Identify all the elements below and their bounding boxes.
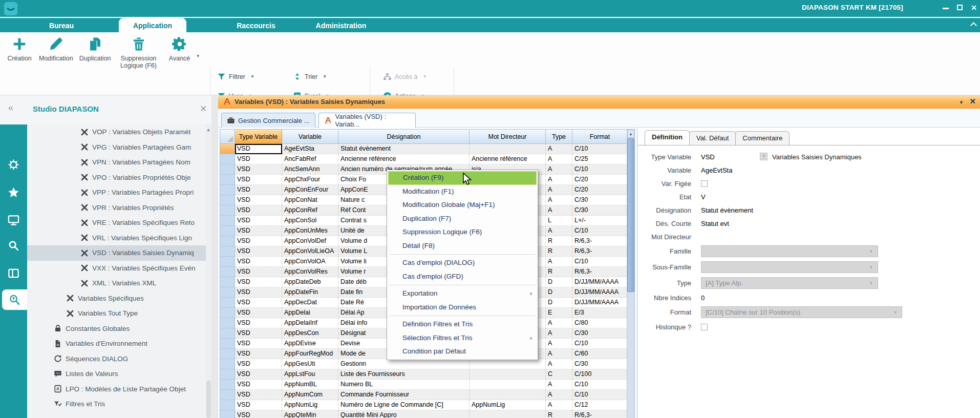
- tree-item[interactable]: Filtres et Tris: [27, 396, 206, 412]
- tree-item[interactable]: LPO : Modèles de Liste Partagée Objet: [27, 382, 206, 397]
- ribbon-split-button[interactable]: Filtrer ▼: [217, 72, 254, 81]
- row-selector-cell[interactable]: [220, 195, 235, 205]
- row-selector-cell[interactable]: [220, 390, 235, 400]
- row-selector-cell[interactable]: [220, 369, 235, 380]
- ribbon-button[interactable]: Modification: [36, 36, 76, 69]
- table-row[interactable]: VSD AncFabRef Ancienne référence Ancienn…: [220, 154, 627, 164]
- tree-item[interactable]: VXX : Variables Spécifiques Evén: [27, 261, 206, 276]
- row-selector-cell[interactable]: [220, 164, 235, 175]
- menu-item[interactable]: Modification Globale (Maj+F1): [388, 198, 537, 212]
- row-selector-cell[interactable]: [220, 175, 235, 185]
- tree-scrollbar-thumb[interactable]: [206, 381, 211, 418]
- rail-item[interactable]: [0, 211, 27, 229]
- checkbox[interactable]: [701, 324, 708, 330]
- tree-item[interactable]: XML : Variables XML: [27, 276, 206, 291]
- app-logo-icon[interactable]: [4, 2, 17, 15]
- document-close-icon[interactable]: ✕: [969, 97, 976, 106]
- menu-item[interactable]: Détail (F8): [388, 239, 537, 253]
- tree-item[interactable]: VOP : Variables Objets Paramét: [27, 124, 206, 140]
- row-selector-cell[interactable]: [220, 400, 235, 410]
- close-button[interactable]: ✕: [971, 3, 977, 12]
- row-selector-cell[interactable]: [220, 359, 235, 369]
- detail-tab[interactable]: Val. Défaut: [689, 131, 736, 145]
- row-selector-cell[interactable]: [220, 236, 235, 246]
- ribbon-split-button[interactable]: Trier ▼: [293, 72, 327, 81]
- row-selector-cell[interactable]: [220, 339, 235, 349]
- row-selector-cell[interactable]: [220, 410, 235, 418]
- row-selector-cell[interactable]: [220, 226, 235, 236]
- menu-item[interactable]: Définition Filtres et Tris: [388, 318, 537, 331]
- dropdown-select[interactable]: ▼: [701, 245, 878, 257]
- menu-item[interactable]: Exportation ›: [388, 287, 537, 301]
- menu-item[interactable]: Modification (F1): [388, 185, 537, 199]
- row-selector-cell[interactable]: [220, 205, 235, 216]
- document-tab[interactable]: Gestion Commerciale ...: [221, 113, 315, 128]
- window-menu-chevron-icon[interactable]: ▼: [959, 100, 964, 105]
- rail-item[interactable]: [0, 183, 27, 201]
- tree-item[interactable]: Variables d'Environnement: [27, 336, 206, 351]
- grid-column-header[interactable]: Type: [546, 130, 572, 144]
- grid-column-header[interactable]: Format: [572, 130, 628, 144]
- document-tab[interactable]: Variables (VSD) : Variab...: [318, 113, 416, 128]
- collapse-ribbon-icon[interactable]: [970, 22, 977, 29]
- grid-column-header[interactable]: Désignation: [338, 130, 470, 144]
- grid-scrollbar[interactable]: ▲: [627, 130, 634, 418]
- table-row[interactable]: VSD AppNumLig Numéro de Ligne de Command…: [220, 400, 627, 410]
- tree-item[interactable]: Variables Spécifiques: [27, 291, 206, 306]
- table-row[interactable]: VSD AppNumBL Numero BL A C/10: [220, 380, 627, 390]
- row-selector-cell[interactable]: [220, 185, 235, 195]
- grid-scrollbar-thumb[interactable]: [627, 138, 634, 292]
- tree-item[interactable]: Listes de Valeurs: [27, 366, 206, 382]
- menu-tab[interactable]: Bureau: [30, 18, 93, 33]
- menu-item[interactable]: Sélection Filtres et Tris ›: [388, 331, 537, 345]
- table-row[interactable]: VSD AppGesUti Gestionn A C/30: [220, 359, 627, 369]
- menu-item[interactable]: Importation de Données: [388, 301, 537, 315]
- tree-item[interactable]: VPO : Variables Propriétés Obje: [27, 170, 206, 185]
- row-selector-cell[interactable]: [220, 308, 235, 318]
- chevron-down-icon[interactable]: ▼: [422, 74, 427, 79]
- menu-item[interactable]: Cas d'emploi (GFD): [388, 270, 537, 284]
- maximize-button[interactable]: [957, 5, 963, 10]
- help-button[interactable]: ?: [760, 153, 768, 160]
- detail-tab[interactable]: Définition: [645, 130, 690, 145]
- minimize-button[interactable]: [943, 3, 949, 9]
- sidebar-close-icon[interactable]: ✕: [200, 103, 207, 114]
- menu-item[interactable]: Condition par Défaut: [388, 345, 537, 359]
- row-selector-cell[interactable]: [220, 246, 235, 257]
- dropdown-select[interactable]: [C/10] Chaîne sur 10 Position(s)▼: [701, 306, 902, 318]
- tree-item[interactable]: VSD : Variables Saisies Dynamiq: [27, 245, 206, 261]
- select-all-cell[interactable]: [220, 130, 235, 144]
- row-selector-cell[interactable]: [220, 154, 235, 164]
- rail-item[interactable]: [2, 289, 27, 310]
- tree-item[interactable]: VPP : Variables Partagées Propri: [27, 185, 206, 200]
- detail-tab[interactable]: Commentaire: [735, 131, 790, 145]
- row-selector-cell[interactable]: [220, 328, 235, 339]
- tree-item[interactable]: VRL : Variables Spécifiques Lign: [27, 231, 206, 246]
- rail-item[interactable]: [0, 155, 27, 174]
- row-selector-cell[interactable]: [220, 144, 235, 154]
- row-selector-cell[interactable]: [220, 318, 235, 328]
- chevron-down-icon[interactable]: ▼: [323, 74, 327, 79]
- grid-column-header[interactable]: Variable: [282, 130, 338, 144]
- sidebar-collapse-icon[interactable]: «: [8, 102, 13, 113]
- scroll-up-icon[interactable]: ▲: [206, 128, 210, 132]
- menu-item[interactable]: Cas d'emploi (DIALOG): [388, 256, 537, 270]
- checkbox[interactable]: [701, 180, 708, 187]
- chevron-down-icon[interactable]: ▼: [250, 74, 254, 79]
- ribbon-button[interactable]: Suppression Logique (F6): [114, 36, 163, 69]
- table-row[interactable]: VSD AppLstFou Liste des Fournisseurs C C…: [220, 369, 627, 380]
- tree-item[interactable]: VRE : Variables Spécifiques Reto: [27, 215, 206, 231]
- table-row[interactable]: VSD AppNumCom Commande Fournisseur A C/1…: [220, 390, 627, 400]
- ribbon-button[interactable]: Création: [3, 36, 36, 69]
- row-selector-cell[interactable]: [220, 380, 235, 390]
- row-selector-cell[interactable]: [220, 287, 235, 298]
- rail-item[interactable]: [0, 236, 27, 255]
- menu-tab[interactable]: Raccourcis: [219, 18, 293, 33]
- tree-item[interactable]: VPR : Variables Propriétés: [27, 200, 206, 216]
- grid-column-header[interactable]: Type Variable: [235, 130, 282, 144]
- tree-item[interactable]: VPN : Variables Partagées Nom: [27, 155, 206, 170]
- tree-scrollbar[interactable]: ▲: [206, 124, 211, 418]
- row-selector-cell[interactable]: [220, 267, 235, 277]
- table-row[interactable]: VSD AppQteMin Quantité Mini Appro R R/6,…: [220, 410, 627, 418]
- tree-item[interactable]: VPG : Variables Partagées Gam: [27, 140, 206, 155]
